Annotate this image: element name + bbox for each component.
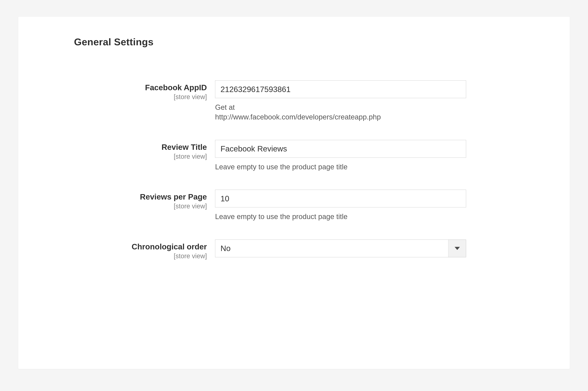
review-title-note: Leave empty to use the product page titl… — [215, 162, 466, 172]
chronological-order-label: Chronological order — [58, 242, 207, 252]
facebook-appid-input[interactable] — [215, 80, 466, 98]
facebook-appid-note: Get at http://www.facebook.com/developer… — [215, 102, 466, 122]
scope-label: [store view] — [58, 93, 207, 100]
row-reviews-per-page: Reviews per Page [store view] Leave empt… — [58, 190, 530, 221]
review-title-label: Review Title — [58, 142, 207, 152]
label-col: Facebook AppID [store view] — [58, 80, 215, 100]
row-facebook-appid: Facebook AppID [store view] Get at http:… — [58, 80, 530, 122]
select-handle[interactable] — [448, 240, 466, 257]
reviews-per-page-label: Reviews per Page — [58, 192, 207, 202]
scope-label: [store view] — [58, 153, 207, 160]
field-col: Leave empty to use the product page titl… — [215, 140, 466, 172]
note-line1: Get at — [215, 103, 235, 111]
row-chronological-order: Chronological order [store view] No — [58, 240, 530, 260]
field-col: No — [215, 240, 466, 257]
field-col: Leave empty to use the product page titl… — [215, 190, 466, 221]
review-title-input[interactable] — [215, 140, 466, 158]
facebook-appid-label: Facebook AppID — [58, 83, 207, 93]
label-col: Review Title [store view] — [58, 140, 215, 160]
reviews-per-page-input[interactable] — [215, 190, 466, 207]
panel-title: General Settings — [74, 36, 530, 48]
scope-label: [store view] — [58, 202, 207, 210]
reviews-per-page-note: Leave empty to use the product page titl… — [215, 212, 466, 221]
note-line2: http://www.facebook.com/developers/creat… — [215, 113, 381, 121]
row-review-title: Review Title [store view] Leave empty to… — [58, 140, 530, 172]
general-settings-panel: General Settings Facebook AppID [store v… — [18, 16, 570, 369]
field-col: Get at http://www.facebook.com/developer… — [215, 80, 466, 122]
select-value: No — [215, 240, 448, 257]
scope-label: [store view] — [58, 252, 207, 260]
label-col: Chronological order [store view] — [58, 240, 215, 260]
chevron-down-icon — [455, 246, 460, 251]
label-col: Reviews per Page [store view] — [58, 190, 215, 210]
chronological-order-select[interactable]: No — [215, 240, 466, 257]
svg-marker-0 — [455, 247, 460, 250]
